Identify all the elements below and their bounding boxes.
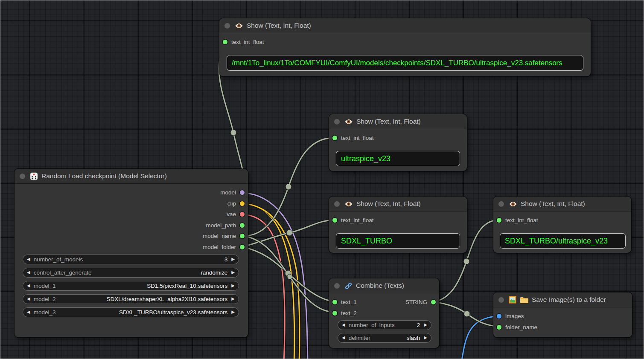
- collapse-dot[interactable]: [498, 297, 504, 303]
- node-show-name-header[interactable]: Show (Text, Int, Float): [329, 114, 467, 129]
- widget-delimiter[interactable]: ◀ delimiter slash ▶: [338, 333, 431, 343]
- node-graph-canvas[interactable]: Show (Text, Int, Float) text_int_float /…: [0, 0, 644, 359]
- input-socket-text-1[interactable]: [332, 300, 337, 304]
- output-port-string: STRING: [405, 297, 436, 307]
- widget-increment-arrow[interactable]: ▶: [424, 323, 427, 327]
- widget-control-after-generate[interactable]: ◀ control_after_generate randomize ▶: [23, 268, 239, 278]
- folder-icon: [520, 296, 528, 303]
- node-random-load-header[interactable]: Random Load checkpoint (Model Selector): [15, 169, 248, 184]
- link-midpoint-dot: [464, 311, 470, 317]
- output-port-model-name: model_name: [203, 231, 245, 241]
- output-port-model-folder: model_folder: [203, 242, 245, 252]
- input-label: text_1: [341, 299, 357, 305]
- output-label: model_path: [206, 222, 236, 229]
- show-value-box[interactable]: SDXL_TURBO/ultraspice_v23: [500, 233, 626, 249]
- output-label: vae: [227, 211, 236, 217]
- widget-decrement-arrow[interactable]: ◀: [27, 297, 30, 301]
- link-midpoint-dot: [287, 274, 292, 279]
- node-show-combined[interactable]: Show (Text, Int, Float) text_int_float S…: [493, 197, 631, 253]
- node-random-load-checkpoint[interactable]: Random Load checkpoint (Model Selector) …: [15, 169, 248, 337]
- show-value-box[interactable]: SDXL_TURBO: [336, 233, 460, 249]
- output-socket-model-folder[interactable]: [240, 245, 245, 249]
- link-midpoint-dot: [463, 258, 469, 264]
- eye-icon: [344, 201, 353, 207]
- widget-decrement-arrow[interactable]: ◀: [27, 257, 30, 261]
- input-label: images: [505, 313, 524, 319]
- node-combine-texts[interactable]: Combine (Texts) text_1 text_2 STRING ◀ n…: [329, 278, 439, 348]
- input-label: text_int_float: [231, 39, 264, 45]
- output-socket-string[interactable]: [431, 300, 436, 304]
- output-port-clip: clip: [227, 198, 245, 209]
- framed-picture-icon: [509, 296, 516, 304]
- node-save-images[interactable]: Save Image(s) to a folder images folder_…: [493, 292, 632, 337]
- widget-decrement-arrow[interactable]: ◀: [27, 284, 30, 288]
- eye-icon: [509, 201, 517, 207]
- node-combine-header[interactable]: Combine (Texts): [329, 278, 439, 293]
- eye-icon: [344, 119, 353, 125]
- node-show-combined-header[interactable]: Show (Text, Int, Float): [493, 197, 631, 211]
- input-socket[interactable]: [223, 40, 227, 44]
- widget-model-1[interactable]: ◀ model_1 SD1.5/picxReal_10.safetensors …: [23, 281, 239, 291]
- collapse-dot[interactable]: [20, 174, 25, 179]
- node-show-name[interactable]: Show (Text, Int, Float) text_int_float u…: [329, 114, 467, 171]
- eye-icon: [235, 23, 243, 29]
- input-port-text-2: text_2: [332, 308, 357, 318]
- output-socket-vae[interactable]: [240, 212, 245, 217]
- widget-increment-arrow[interactable]: ▶: [231, 257, 235, 261]
- input-port-text-int-float: text_int_float: [223, 37, 264, 47]
- node-save-images-header[interactable]: Save Image(s) to a folder: [493, 292, 632, 307]
- collapse-dot[interactable]: [334, 201, 340, 207]
- show-value-box[interactable]: /mnt/1To_linux/1To/COMFYUI/ComfyUI/model…: [227, 55, 583, 71]
- widget-decrement-arrow[interactable]: ◀: [27, 270, 30, 275]
- input-socket-images[interactable]: [497, 314, 501, 318]
- input-port-folder-name: folder_name: [497, 322, 537, 333]
- input-label: text_2: [341, 310, 357, 316]
- node-title: Show (Text, Int, Float): [356, 200, 421, 208]
- input-socket[interactable]: [332, 136, 337, 140]
- output-socket-model-path[interactable]: [240, 223, 245, 228]
- input-socket-folder-name[interactable]: [497, 325, 501, 330]
- output-label: clip: [227, 200, 236, 207]
- widget-number-of-inputs[interactable]: ◀ number_of_inputs 2 ▶: [338, 320, 431, 330]
- collapse-dot[interactable]: [498, 201, 504, 207]
- output-port-vae: vae: [227, 209, 245, 220]
- widget-increment-arrow[interactable]: ▶: [231, 284, 235, 288]
- widget-model-3[interactable]: ◀ model_3 SDXL_TURBO/ultraspice_v23.safe…: [23, 307, 239, 317]
- widget-increment-arrow[interactable]: ▶: [424, 336, 427, 340]
- node-show-folder[interactable]: Show (Text, Int, Float) text_int_float S…: [329, 197, 467, 253]
- widget-decrement-arrow[interactable]: ◀: [342, 336, 345, 340]
- input-socket-text-2[interactable]: [332, 311, 337, 316]
- output-socket-model-name[interactable]: [240, 234, 245, 238]
- node-title: Show (Text, Int, Float): [247, 22, 311, 29]
- input-socket[interactable]: [497, 218, 501, 223]
- input-label: folder_name: [505, 324, 537, 330]
- output-socket-clip[interactable]: [240, 201, 245, 206]
- show-value-box[interactable]: ultraspice_v23: [336, 151, 460, 166]
- widget-model-2[interactable]: ◀ model_2 SDXL/dreamshaperXL_alpha2Xl10.…: [23, 294, 239, 304]
- widget-decrement-arrow[interactable]: ◀: [342, 323, 345, 327]
- node-show-path[interactable]: Show (Text, Int, Float) text_int_float /…: [219, 18, 591, 76]
- widget-number-of-models[interactable]: ◀ number_of_models 3 ▶: [23, 255, 239, 264]
- input-label: text_int_float: [341, 135, 374, 141]
- input-port-text-int-float: text_int_float: [332, 215, 374, 226]
- link-icon: [344, 282, 353, 290]
- output-label: model: [220, 189, 236, 196]
- collapse-dot[interactable]: [334, 283, 340, 289]
- collapse-dot[interactable]: [334, 119, 340, 124]
- widget-decrement-arrow[interactable]: ◀: [27, 310, 30, 314]
- node-title: Random Load checkpoint (Model Selector): [41, 172, 167, 180]
- input-label: text_int_float: [341, 217, 374, 223]
- output-label: model_folder: [203, 244, 236, 250]
- input-port-text-1: text_1: [332, 297, 357, 307]
- output-socket-model[interactable]: [240, 190, 245, 195]
- output-label: STRING: [405, 299, 427, 305]
- collapse-dot[interactable]: [224, 23, 230, 29]
- input-socket[interactable]: [332, 218, 337, 223]
- node-show-folder-header[interactable]: Show (Text, Int, Float): [329, 197, 467, 211]
- widget-increment-arrow[interactable]: ▶: [231, 297, 235, 301]
- link-midpoint-dot: [230, 130, 236, 136]
- node-title: Combine (Texts): [356, 282, 404, 290]
- widget-increment-arrow[interactable]: ▶: [231, 270, 235, 275]
- node-show-path-header[interactable]: Show (Text, Int, Float): [219, 18, 591, 33]
- widget-increment-arrow[interactable]: ▶: [231, 310, 235, 314]
